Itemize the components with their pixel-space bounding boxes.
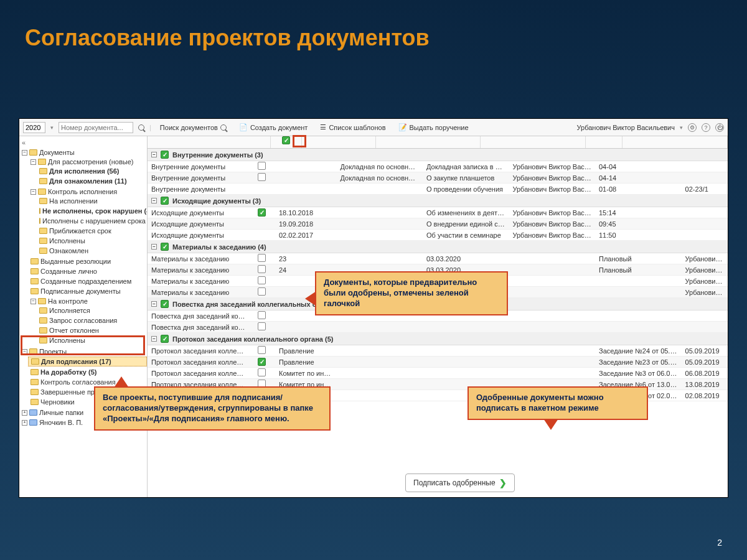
help-icon[interactable]: ? bbox=[702, 123, 710, 132]
slide-title: Согласование проектов документов bbox=[0, 0, 747, 51]
collapse-sidebar-button[interactable]: « bbox=[19, 138, 29, 147]
table-row[interactable]: Протокол заседания коллегиального органа… bbox=[148, 368, 728, 379]
expander-icon[interactable]: + bbox=[22, 420, 27, 426]
grid-header: ✓ bbox=[148, 136, 728, 149]
tree-personal[interactable]: Созданные лично bbox=[28, 267, 147, 276]
tree-control[interactable]: −Контроль исполнения bbox=[28, 187, 147, 196]
table-row[interactable]: Исходящие документы02.02.2017Об участии … bbox=[148, 230, 728, 241]
toolbar: ▾ | Поиск документов 📄 Создать документ … bbox=[19, 119, 728, 136]
tree-documents[interactable]: −Документы bbox=[19, 148, 147, 157]
group-header[interactable]: −✓Внутренние документы (3) bbox=[148, 149, 728, 161]
table-row[interactable]: Исходящие документы✓18.10.2018Об изменен… bbox=[148, 207, 728, 218]
folder-icon bbox=[39, 208, 40, 214]
year-input[interactable] bbox=[23, 122, 45, 133]
check-icon: ✓ bbox=[161, 243, 169, 251]
doc-number-input[interactable] bbox=[59, 122, 133, 133]
expander-icon[interactable]: + bbox=[22, 410, 27, 416]
tree-review[interactable]: −Для рассмотрения (новые) bbox=[28, 157, 147, 166]
row-check-icon[interactable] bbox=[258, 311, 266, 319]
folder-icon bbox=[39, 248, 47, 254]
templates-button[interactable]: ☰ Список шаблонов bbox=[316, 122, 389, 133]
tree-on-control[interactable]: −На контроле bbox=[28, 297, 147, 306]
folder-icon bbox=[39, 307, 47, 314]
group-header[interactable]: −✓Протокол заседания коллегиального орга… bbox=[148, 333, 728, 345]
header-check-icon[interactable]: ✓ bbox=[282, 136, 290, 144]
tree-for-signing[interactable]: Для подписания (17) bbox=[28, 357, 147, 366]
folder-icon bbox=[39, 238, 47, 244]
tree-ack[interactable]: Ознакомлен bbox=[37, 246, 147, 255]
folder-icon bbox=[31, 258, 39, 264]
row-check-icon[interactable] bbox=[258, 346, 266, 354]
folder-icon bbox=[39, 317, 47, 324]
expander-icon[interactable]: − bbox=[151, 336, 157, 342]
folder-icon bbox=[38, 189, 46, 195]
tree-done2[interactable]: Исполнены bbox=[37, 336, 147, 345]
power-icon[interactable]: ⏻ bbox=[715, 123, 724, 132]
row-check-icon[interactable] bbox=[258, 287, 266, 296]
year-dropdown-icon[interactable]: ▾ bbox=[50, 124, 54, 131]
table-row[interactable]: Внутренние документыДокладная по основно… bbox=[148, 172, 728, 184]
tree-projects[interactable]: −Проекты bbox=[19, 347, 147, 356]
tree-violated[interactable]: Исполнены с нарушением срока bbox=[37, 217, 147, 225]
table-row[interactable]: Повестка дня заседаний коллегиальных орг… bbox=[148, 322, 728, 333]
search-icon[interactable] bbox=[138, 124, 144, 131]
tree-on-execution[interactable]: На исполнении bbox=[37, 197, 147, 205]
tree-for-execution[interactable]: Для исполнения (56) bbox=[37, 167, 147, 175]
row-check-icon[interactable] bbox=[258, 276, 266, 284]
sign-approved-button[interactable]: Подписать одобренные ❯ bbox=[405, 474, 515, 492]
tree-dept[interactable]: Созданные подразделением bbox=[28, 277, 147, 286]
row-check-icon[interactable] bbox=[258, 173, 266, 181]
folder-icon bbox=[39, 218, 40, 224]
expander-icon[interactable]: − bbox=[151, 152, 157, 157]
expander-icon[interactable]: − bbox=[31, 299, 36, 304]
folder-icon bbox=[39, 228, 47, 234]
expander-icon[interactable]: − bbox=[151, 244, 157, 250]
expander-icon[interactable]: − bbox=[22, 349, 27, 355]
check-icon: ✓ bbox=[161, 335, 169, 343]
table-row[interactable]: Протокол заседания коллегиального органа… bbox=[148, 357, 728, 368]
table-row[interactable]: Материалы к заседанию2303.03.2020Плановы… bbox=[148, 253, 728, 264]
table-row[interactable]: Протокол заседания коллегиального органа… bbox=[148, 345, 728, 357]
row-check-icon[interactable] bbox=[258, 162, 266, 170]
folder-icon bbox=[38, 298, 46, 304]
folder-icon bbox=[29, 419, 37, 426]
tree-overdue[interactable]: Не исполнены, срок нарушен (46) bbox=[37, 207, 147, 215]
expander-icon[interactable]: − bbox=[151, 301, 157, 307]
tree-approval-control[interactable]: Контроль согласования bbox=[28, 378, 147, 386]
row-check-icon[interactable]: ✓ bbox=[258, 208, 266, 217]
table-row[interactable]: Исходящие документы19.09.2018О внедрении… bbox=[148, 218, 728, 230]
grid-body[interactable]: −✓Внутренние документы (3)Внутренние док… bbox=[148, 149, 728, 497]
folder-icon bbox=[29, 409, 37, 416]
tree-for-familiarization[interactable]: Для ознакомления (11) bbox=[37, 177, 147, 185]
assign-task-button[interactable]: 📝 Выдать поручение bbox=[395, 122, 472, 133]
settings-icon[interactable]: ⚙ bbox=[688, 123, 697, 132]
tree-signed[interactable]: Подписанные документы bbox=[28, 287, 147, 296]
expander-icon[interactable]: − bbox=[22, 150, 27, 156]
page-number: 2 bbox=[717, 538, 722, 548]
table-row[interactable]: Внутренние документыО проведении обучени… bbox=[148, 184, 728, 195]
expander-icon[interactable]: − bbox=[151, 198, 157, 203]
folder-icon bbox=[31, 369, 39, 375]
row-check-icon[interactable]: ✓ bbox=[258, 358, 266, 366]
tree-resolutions[interactable]: Выданные резолюции bbox=[28, 257, 147, 266]
row-check-icon[interactable] bbox=[258, 254, 266, 262]
tree-executing[interactable]: Исполняется bbox=[37, 306, 147, 315]
table-row[interactable]: Внутренние документыДокладная по основно… bbox=[148, 161, 728, 172]
row-check-icon[interactable] bbox=[258, 368, 266, 376]
tree-done[interactable]: Исполнены bbox=[37, 236, 147, 245]
expander-icon[interactable]: − bbox=[31, 189, 36, 195]
row-check-icon[interactable] bbox=[258, 265, 266, 273]
group-header[interactable]: −✓Исходящие документы (3) bbox=[148, 195, 728, 207]
user-dropdown-icon[interactable]: ▾ bbox=[680, 124, 683, 131]
tree-approaching[interactable]: Приближается срок bbox=[37, 226, 147, 235]
folder-icon bbox=[29, 149, 37, 156]
tree-rework[interactable]: На доработку (5) bbox=[28, 368, 147, 376]
group-header[interactable]: −✓Материалы к заседанию (4) bbox=[148, 241, 728, 253]
tree-req-approval[interactable]: Запрос согласования bbox=[37, 316, 147, 325]
row-check-icon[interactable] bbox=[258, 322, 266, 330]
create-document-button[interactable]: 📄 Создать документ bbox=[235, 122, 312, 133]
search-documents-button[interactable]: Поиск документов bbox=[156, 123, 230, 133]
app-window: ▾ | Поиск документов 📄 Создать документ … bbox=[19, 118, 728, 498]
tree-rejected[interactable]: Отчет отклонен bbox=[37, 326, 147, 335]
expander-icon[interactable]: − bbox=[31, 159, 36, 165]
